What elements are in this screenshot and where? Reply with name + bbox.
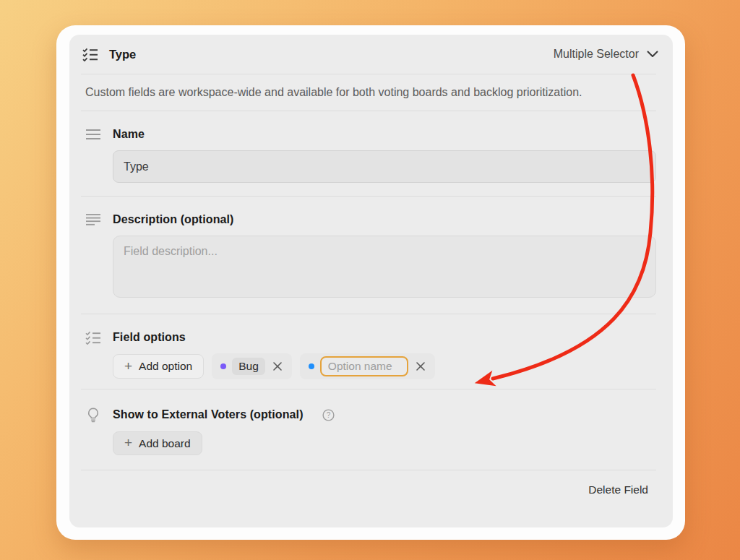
external-voters-label: Show to External Voters (optional)	[113, 408, 304, 421]
option-chip-bug[interactable]: Bug	[212, 353, 292, 379]
panel-description: Custom fields are workspace-wide and ava…	[85, 84, 591, 101]
panel-header: Type Multiple Selector	[69, 35, 673, 74]
delete-field-button[interactable]: Delete Field	[588, 483, 648, 496]
checklist-icon	[82, 48, 98, 61]
field-options-label: Field options	[113, 331, 186, 344]
chevron-down-icon	[647, 51, 658, 58]
add-board-button[interactable]: + Add board	[113, 431, 202, 455]
field-type-value: Multiple Selector	[554, 48, 639, 61]
help-icon[interactable]: ?	[322, 409, 335, 421]
description-textarea[interactable]	[113, 236, 656, 298]
divider	[81, 74, 656, 74]
plus-icon: +	[124, 436, 132, 449]
panel-footer: Delete Field	[69, 470, 673, 496]
plus-icon: +	[124, 359, 132, 373]
name-input[interactable]	[113, 150, 656, 183]
custom-field-panel: Type Multiple Selector Custom fields are…	[69, 35, 673, 527]
option-color-dot	[309, 363, 314, 369]
description-section: Description (optional)	[69, 197, 673, 314]
remove-option-icon[interactable]	[271, 360, 284, 373]
option-color-dot	[220, 363, 226, 369]
lightbulb-icon	[85, 408, 101, 423]
field-options-row: + Add option Bug	[113, 353, 656, 379]
text-paragraph-icon	[85, 213, 101, 226]
add-option-button[interactable]: + Add option	[113, 354, 204, 379]
card-outer: Type Multiple Selector Custom fields are…	[56, 25, 685, 540]
option-name-input[interactable]	[320, 356, 408, 376]
name-label: Name	[113, 128, 145, 141]
remove-option-icon[interactable]	[414, 360, 427, 373]
svg-text:?: ?	[326, 411, 330, 419]
panel-title: Type	[109, 48, 136, 61]
add-option-label: Add option	[139, 360, 192, 373]
option-name[interactable]: Bug	[232, 358, 265, 375]
add-board-label: Add board	[139, 437, 191, 450]
name-section: Name	[69, 111, 673, 196]
field-type-dropdown[interactable]: Multiple Selector	[554, 48, 658, 61]
lines-icon	[85, 129, 101, 140]
description-label: Description (optional)	[113, 213, 234, 226]
field-options-section: Field options + Add option Bug	[69, 314, 673, 389]
option-chip-editing[interactable]	[300, 353, 435, 379]
checklist-icon	[85, 331, 101, 345]
external-voters-section: Show to External Voters (optional) ? + A…	[69, 389, 673, 470]
